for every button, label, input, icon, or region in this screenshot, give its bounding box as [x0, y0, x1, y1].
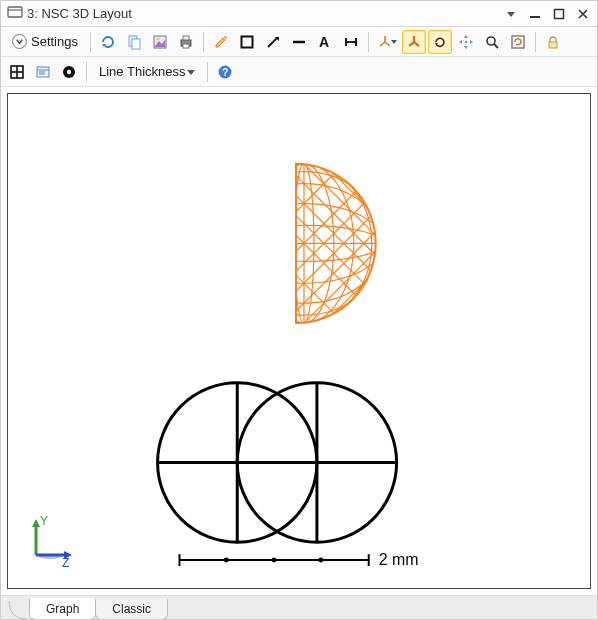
svg-line-32 [414, 42, 419, 46]
svg-rect-41 [512, 36, 524, 48]
svg-marker-36 [459, 40, 462, 44]
minimize-button[interactable] [527, 6, 543, 22]
svg-marker-37 [470, 40, 473, 44]
separator [203, 32, 204, 52]
svg-point-38 [465, 40, 467, 42]
svg-text:?: ? [223, 67, 229, 78]
svg-point-12 [157, 37, 160, 40]
separator [368, 32, 369, 52]
lock-view-button[interactable] [541, 30, 565, 54]
line-thickness-dropdown[interactable]: Line Thickness [92, 60, 202, 84]
svg-marker-52 [187, 70, 195, 75]
svg-point-89 [273, 559, 276, 562]
save-image-button[interactable] [148, 30, 172, 54]
zoom-button[interactable] [480, 30, 504, 54]
svg-marker-16 [216, 38, 225, 47]
separator [86, 62, 87, 82]
axis-y-label: Y [40, 514, 48, 528]
dropdown-icon[interactable] [503, 6, 519, 22]
svg-marker-2 [507, 12, 515, 17]
reset-view-button[interactable] [506, 30, 530, 54]
copy-button[interactable] [122, 30, 146, 54]
svg-marker-17 [224, 36, 227, 39]
line-thickness-label: Line Thickness [99, 64, 185, 79]
tab-bar: Graph Classic [1, 595, 597, 620]
svg-line-67 [264, 164, 384, 284]
svg-line-40 [494, 44, 498, 48]
svg-point-39 [487, 37, 495, 45]
svg-rect-15 [183, 44, 189, 48]
svg-marker-92 [32, 519, 40, 527]
view-xyz-wire-button[interactable] [374, 30, 400, 54]
scale-bar-label: 2 mm [379, 551, 419, 568]
text-tool[interactable]: A [313, 30, 337, 54]
separator [535, 32, 536, 52]
separator [207, 62, 208, 82]
svg-point-88 [225, 559, 228, 562]
measure-tool[interactable] [339, 30, 363, 54]
svg-text:A: A [319, 34, 329, 50]
help-button[interactable]: ? [213, 60, 237, 84]
config-window-button[interactable] [31, 60, 55, 84]
arrow-tool[interactable] [261, 30, 285, 54]
axis-z-label: Z [62, 556, 69, 569]
svg-line-27 [380, 42, 385, 46]
tab-spacer [7, 599, 29, 620]
pan-view-button[interactable] [454, 30, 478, 54]
viewport-3d[interactable]: 2 mm Y Z [7, 93, 591, 589]
rotate-view-button[interactable] [428, 30, 452, 54]
toolbar-secondary: Line Thickness ? [1, 57, 597, 87]
refresh-button[interactable] [96, 30, 120, 54]
svg-marker-29 [391, 40, 397, 44]
svg-point-51 [67, 69, 71, 73]
tab-classic[interactable]: Classic [95, 599, 168, 620]
svg-line-28 [385, 42, 390, 46]
chevron-down-icon [12, 34, 27, 49]
svg-rect-9 [132, 39, 140, 49]
grid-toggle-button[interactable] [5, 60, 29, 84]
tab-label: Classic [112, 602, 151, 616]
svg-point-90 [319, 559, 322, 562]
close-button[interactable] [575, 6, 591, 22]
line-tool[interactable] [287, 30, 311, 54]
svg-marker-34 [464, 35, 468, 38]
print-button[interactable] [174, 30, 198, 54]
svg-rect-0 [8, 7, 22, 17]
view-xyz-solid-button[interactable] [402, 30, 426, 54]
rectangle-tool[interactable] [235, 30, 259, 54]
svg-line-19 [268, 38, 277, 47]
pencil-tool[interactable] [209, 30, 233, 54]
toolbar-primary: Settings A [1, 27, 597, 57]
separator [90, 32, 91, 52]
svg-rect-4 [555, 9, 564, 18]
svg-rect-14 [183, 36, 189, 40]
window-app-icon [7, 5, 23, 22]
maximize-button[interactable] [551, 6, 567, 22]
scene-content: 2 mm [8, 94, 590, 588]
svg-marker-35 [464, 46, 468, 49]
title-bar: 3: NSC 3D Layout [1, 1, 597, 27]
svg-rect-18 [241, 36, 252, 47]
settings-button[interactable]: Settings [5, 30, 85, 54]
svg-rect-42 [549, 42, 557, 48]
svg-rect-3 [530, 16, 540, 18]
window-title: 3: NSC 3D Layout [23, 6, 503, 21]
tab-label: Graph [46, 602, 79, 616]
svg-line-72 [264, 204, 384, 324]
target-button[interactable] [57, 60, 81, 84]
tab-graph[interactable]: Graph [29, 598, 96, 620]
svg-line-31 [409, 42, 414, 46]
axis-triad: Y Z [22, 513, 78, 572]
settings-label: Settings [31, 34, 78, 49]
